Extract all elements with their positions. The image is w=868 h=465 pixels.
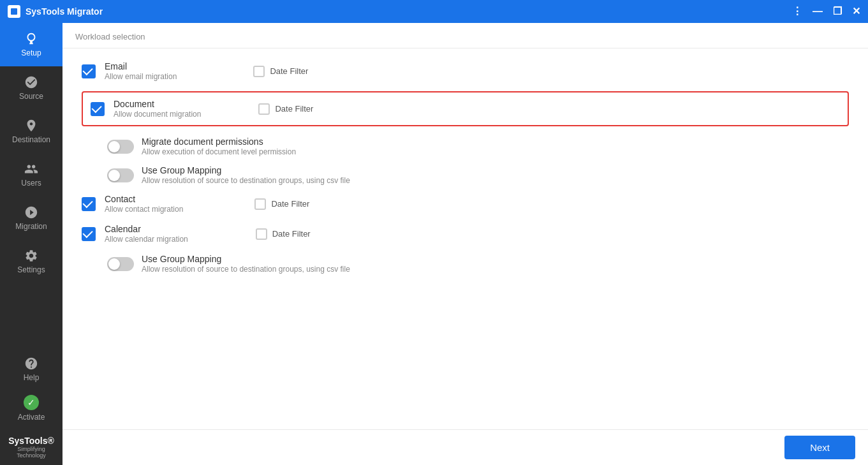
svg-rect-0 [11,8,17,15]
contact-date-filter: Date Filter [254,198,309,210]
document-row-main: Document Allow document migration Date F… [91,99,840,119]
use-group-mapping-cal-title: Use Group Mapping [142,254,350,264]
document-label: Document Allow document migration [114,99,201,119]
minimize-icon[interactable]: — [813,6,823,17]
destination-label: Destination [12,135,50,144]
email-title: Email [105,61,177,71]
setup-icon [24,32,38,46]
contact-date-filter-label: Date Filter [271,199,309,209]
use-group-mapping-cal-label: Use Group Mapping Allow resolution of so… [142,254,350,274]
calendar-checkbox[interactable] [82,227,96,241]
sidebar-item-settings[interactable]: Settings [0,240,63,283]
sidebar-activate[interactable]: ✓ Activate [0,390,63,429]
calendar-date-filter: Date Filter [256,228,311,240]
use-group-mapping-cal-toggle[interactable] [107,257,134,271]
calendar-title: Calendar [105,224,188,234]
migrate-doc-permissions-label: Migrate document permissions Allow execu… [142,137,296,156]
migrate-doc-permissions-row: Migrate document permissions Allow execu… [107,137,849,156]
contact-checkbox[interactable] [82,197,96,211]
workload-header: Workload selection [63,23,868,48]
toggle-knob [108,141,120,152]
sidebar: Setup Source Destination Users [0,23,63,465]
source-icon [24,75,38,89]
close-icon[interactable]: ✕ [852,6,860,17]
email-desc: Allow email migration [105,72,177,81]
settings-label: Settings [17,265,45,274]
source-label: Source [19,92,43,101]
document-row-content: Document Allow document migration Date F… [91,99,840,119]
sidebar-item-migration[interactable]: Migration [0,196,63,240]
setup-label: Setup [21,48,41,57]
window-controls: ⋮ — ❐ ✕ [792,6,860,17]
contact-title: Contact [105,194,183,204]
migration-label: Migration [15,222,47,231]
use-group-mapping-doc-label: Use Group Mapping Allow resolution of so… [142,165,350,185]
email-label: Email Allow email migration [105,61,177,81]
calendar-date-filter-checkbox[interactable] [256,228,267,240]
help-label: Help [24,373,40,382]
document-desc: Allow document migration [114,110,201,119]
logo-sub: Simplifying Technology [5,446,57,459]
use-group-mapping-cal-row: Use Group Mapping Allow resolution of so… [107,254,849,274]
activate-icon: ✓ [24,395,39,410]
use-group-mapping-doc-desc: Allow resolution of source to destinatio… [142,176,350,185]
calendar-row-main: Calendar Allow calendar migration Date F… [82,224,849,244]
use-group-mapping-doc-toggle[interactable] [107,168,134,182]
calendar-label: Calendar Allow calendar migration [105,224,188,244]
contact-desc: Allow contact migration [105,205,183,214]
workload-body: Email Allow email migration Date Filter [63,48,868,429]
email-date-filter-label: Date Filter [270,66,308,76]
users-icon [24,162,38,176]
sidebar-item-destination[interactable]: Destination [0,110,63,153]
migrate-doc-permissions-desc: Allow execution of document level permis… [142,147,296,156]
email-date-filter: Date Filter [253,66,308,77]
systools-logo: SysTools® Simplifying Technology [0,429,63,465]
document-row: Document Allow document migration Date F… [82,91,849,126]
help-icon [24,357,38,371]
use-group-mapping-doc-title: Use Group Mapping [142,165,350,175]
calendar-date-filter-label: Date Filter [272,229,311,239]
sidebar-item-source[interactable]: Source [0,66,63,110]
use-group-mapping-doc-row: Use Group Mapping Allow resolution of so… [107,165,849,185]
email-row-main: Email Allow email migration Date Filter [82,61,849,81]
migrate-doc-permissions-title: Migrate document permissions [142,137,296,147]
sidebar-item-setup[interactable]: Setup [0,23,63,66]
main-content: Workload selection Email Allow email mig… [63,23,868,465]
contact-row: Contact Allow contact migration Date Fil… [82,194,849,214]
activate-label: Activate [18,413,45,422]
document-date-filter-label: Date Filter [275,104,313,114]
document-checkbox[interactable] [91,102,105,116]
sidebar-help[interactable]: Help [0,349,63,390]
contact-date-filter-checkbox[interactable] [254,198,266,210]
document-title: Document [114,99,201,109]
email-date-filter-checkbox[interactable] [253,66,265,77]
logo-main: SysTools® [5,436,57,446]
next-button[interactable]: Next [784,436,855,459]
contact-label: Contact Allow contact migration [105,194,183,214]
sidebar-bottom: Help ✓ Activate SysTools® Simplifying Te… [0,349,63,465]
email-row: Email Allow email migration Date Filter [82,61,849,81]
destination-icon [24,119,38,133]
app-body: Setup Source Destination Users [0,23,868,465]
email-checkbox[interactable] [82,64,96,78]
toggle-knob-3 [108,258,120,270]
settings-icon [24,249,38,263]
users-label: Users [21,179,41,188]
app-title: SysTools Migrator [26,6,103,17]
main-footer: Next [63,429,868,465]
calendar-desc: Allow calendar migration [105,235,188,244]
title-bar: SysTools Migrator ⋮ — ❐ ✕ [0,0,868,23]
document-date-filter: Date Filter [258,103,313,115]
migrate-doc-permissions-toggle[interactable] [107,140,134,154]
app-icon [8,5,20,18]
toggle-knob-2 [108,170,120,181]
use-group-mapping-cal-desc: Allow resolution of source to destinatio… [142,265,350,274]
calendar-row: Calendar Allow calendar migration Date F… [82,224,849,244]
document-date-filter-checkbox[interactable] [258,103,270,115]
sidebar-item-users[interactable]: Users [0,153,63,196]
maximize-icon[interactable]: ❐ [833,6,842,17]
migration-icon [24,205,38,219]
menu-icon[interactable]: ⋮ [792,6,802,17]
contact-row-main: Contact Allow contact migration Date Fil… [82,194,849,214]
